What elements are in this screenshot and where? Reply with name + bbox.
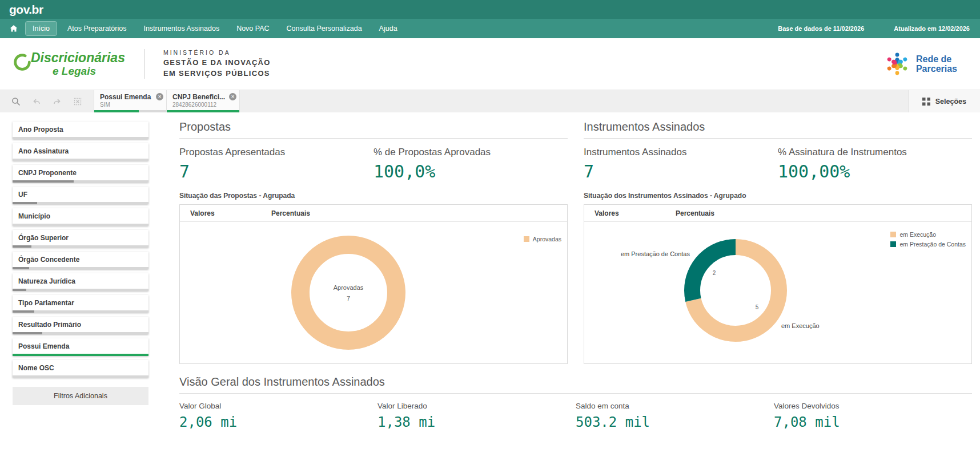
home-icon[interactable] [9, 24, 18, 33]
govbr-logo[interactable]: gov.br [9, 3, 43, 17]
chip-value: 28428626000112 [172, 102, 228, 108]
legend-swatch [890, 241, 896, 247]
main-layout: Ano Proposta Ano Assinatura CNPJ Propone… [0, 112, 980, 455]
slice-label-em-execucao: em Execução [781, 322, 820, 329]
filter-uf[interactable]: UF [13, 187, 148, 204]
kpi-pct-propostas-aprovadas: % de Propostas Aprovadas 100,0% [373, 147, 568, 181]
legend-label: Aprovadas [533, 236, 561, 242]
nav-item-ajuda[interactable]: Ajuda [372, 22, 404, 35]
selection-chip-possui-emenda[interactable]: Possui Emenda SIM ✕ [94, 90, 167, 112]
donut-center-labels: Aprovadas 7 [291, 236, 405, 350]
propostas-chart-card: Valores Percentuais Aprovadas 7 [179, 204, 568, 364]
discricionarias-logo: Discricionárias e Legais [15, 51, 125, 76]
section-title-visao-geral: Visão Geral dos Instrumentos Assinados [179, 375, 972, 394]
filtros-adicionais-button[interactable]: Filtros Adicionais [13, 387, 148, 405]
main-navbar: Início Atos Preparatórios Instrumentos A… [0, 19, 980, 38]
kpi-pct-assinatura-instrumentos: % Assinatura de Instrumentos 100,00% [778, 147, 972, 181]
brand-header: Discricionárias e Legais MINISTÉRIO DA G… [0, 38, 980, 90]
selection-chip-cnpj-beneficiario[interactable]: CNPJ Benefici... 28428626000112 ✕ [167, 90, 240, 112]
selections-button-label: Seleções [935, 98, 966, 106]
nav-item-inicio[interactable]: Início [25, 21, 57, 36]
close-icon[interactable]: ✕ [229, 93, 236, 100]
filter-ano-proposta[interactable]: Ano Proposta [13, 122, 148, 139]
kpi-propostas-apresentadas: Propostas Apresentadas 7 [179, 147, 373, 181]
filter-nome-osc[interactable]: Nome OSC [13, 360, 148, 378]
partner-line1: Rede de [916, 54, 957, 64]
nav-item-instrumentos-assinados[interactable]: Instrumentos Assinados [136, 22, 226, 35]
filter-municipio[interactable]: Município [13, 208, 148, 226]
column-header-percentuais[interactable]: Percentuais [271, 209, 310, 217]
chart-title-situacao-propostas: Situação das Propostas - Agrupada [179, 192, 568, 200]
updated-date-label: Atualizado em 12/02/2026 [894, 25, 970, 32]
filter-resultado-primario[interactable]: Resultado Primário [13, 317, 148, 334]
visao-geral-section: Visão Geral dos Instrumentos Assinados V… [179, 375, 972, 430]
chart-title-situacao-instrumentos: Situação dos Instrumentos Assinados - Ag… [584, 192, 972, 200]
ministry-line2: GESTÃO E DA INOVAÇÃO [163, 58, 271, 68]
rede-de-parcerias-logo: Rede de Parcerias [883, 50, 957, 78]
dashboard-content: Propostas Propostas Apresentadas 7 % de … [164, 112, 980, 455]
propostas-donut-chart[interactable]: Aprovadas 7 [291, 236, 405, 350]
filter-sidebar: Ano Proposta Ano Assinatura CNPJ Propone… [0, 112, 164, 455]
slice-label-prestacao-de-contas: em Prestação de Contas [621, 250, 690, 257]
filter-ano-assinatura[interactable]: Ano Assinatura [13, 143, 148, 161]
chip-selection-bar [167, 110, 239, 112]
legend-label: em Prestação de Contas [899, 241, 966, 248]
partner-logo-text: Rede de Parcerias [916, 54, 957, 74]
kpi-valor-liberado: Valor Liberado 1,38 mi [377, 402, 576, 430]
gov-top-bar: gov.br [0, 0, 980, 19]
chip-title: Possui Emenda [100, 93, 155, 101]
toolbar-icons [0, 90, 94, 112]
smart-search-icon[interactable] [11, 97, 21, 106]
nav-item-atos-preparatorios[interactable]: Atos Preparatórios [61, 22, 134, 35]
svg-text:5: 5 [756, 304, 759, 310]
filter-orgao-superior[interactable]: Órgão Superior [13, 230, 148, 248]
instrumentos-chart-legend[interactable]: em Execução em Prestação de Contas [890, 231, 966, 250]
clear-selections-icon[interactable] [73, 97, 82, 106]
navbar-info: Base de dados de 11/02/2026 Atualizado e… [778, 25, 980, 32]
section-title-propostas: Propostas [179, 120, 568, 139]
filter-tipo-parlamentar[interactable]: Tipo Parlamentar [13, 295, 148, 313]
propostas-chart-legend[interactable]: Aprovadas [524, 236, 561, 245]
filter-cnpj-proponente[interactable]: CNPJ Proponente [13, 165, 148, 183]
chip-title: CNPJ Benefici... [172, 93, 228, 101]
section-title-instrumentos: Instrumentos Assinados [584, 120, 972, 139]
chip-value: SIM [100, 102, 155, 108]
partner-line2: Parcerias [916, 64, 957, 74]
filter-natureza-juridica[interactable]: Natureza Jurídica [13, 273, 148, 291]
logo-line1: Discricionárias [31, 51, 125, 64]
logo-swirl-icon [11, 51, 33, 73]
close-icon[interactable]: ✕ [156, 93, 163, 100]
kpi-valores-devolvidos: Valores Devolvidos 7,08 mil [774, 402, 972, 430]
pinwheel-people-icon [883, 50, 911, 78]
filter-orgao-concedente[interactable]: Órgão Concedente [13, 252, 148, 269]
selections-back-icon[interactable] [32, 97, 41, 106]
column-header-valores[interactable]: Valores [180, 209, 271, 217]
ministry-line3: EM SERVIÇOS PÚBLICOS [163, 68, 271, 79]
legend-label: em Execução [899, 231, 936, 238]
column-header-percentuais[interactable]: Percentuais [676, 209, 714, 217]
legend-swatch [890, 232, 896, 237]
nav-item-novo-pac[interactable]: Novo PAC [230, 22, 276, 35]
svg-text:2: 2 [713, 270, 716, 276]
selections-toolbar: Possui Emenda SIM ✕ CNPJ Benefici... 284… [0, 90, 980, 112]
nav-item-consulta-personalizada[interactable]: Consulta Personalizada [280, 22, 369, 35]
instrumentos-section: Instrumentos Assinados Instrumentos Assi… [584, 120, 972, 364]
database-date-label: Base de dados de 11/02/2026 [778, 25, 864, 32]
instrumentos-donut-chart[interactable]: 52 em Prestação de Contas em Execução [684, 239, 787, 342]
selections-button[interactable]: Seleções [908, 90, 980, 112]
ministry-title: MINISTÉRIO DA GESTÃO E DA INOVAÇÃO EM SE… [144, 49, 271, 79]
instrumentos-chart-card: Valores Percentuais 52 em Prestação de C… [584, 204, 972, 364]
kpi-instrumentos-assinados: Instrumentos Assinados 7 [584, 147, 778, 181]
selections-forward-icon[interactable] [53, 97, 62, 106]
kpi-valor-global: Valor Global 2,06 mi [179, 402, 377, 430]
logo-line2: e Legais [53, 66, 125, 76]
kpi-saldo-em-conta: Saldo em conta 503.2 mil [576, 402, 774, 430]
selections-grid-icon [922, 98, 930, 106]
legend-swatch [524, 236, 529, 242]
filter-possui-emenda[interactable]: Possui Emenda [13, 338, 148, 356]
column-header-valores[interactable]: Valores [584, 209, 676, 217]
propostas-section: Propostas Propostas Apresentadas 7 % de … [179, 120, 568, 364]
ministry-line1: MINISTÉRIO DA [163, 49, 271, 56]
chip-selection-bar [94, 110, 166, 112]
